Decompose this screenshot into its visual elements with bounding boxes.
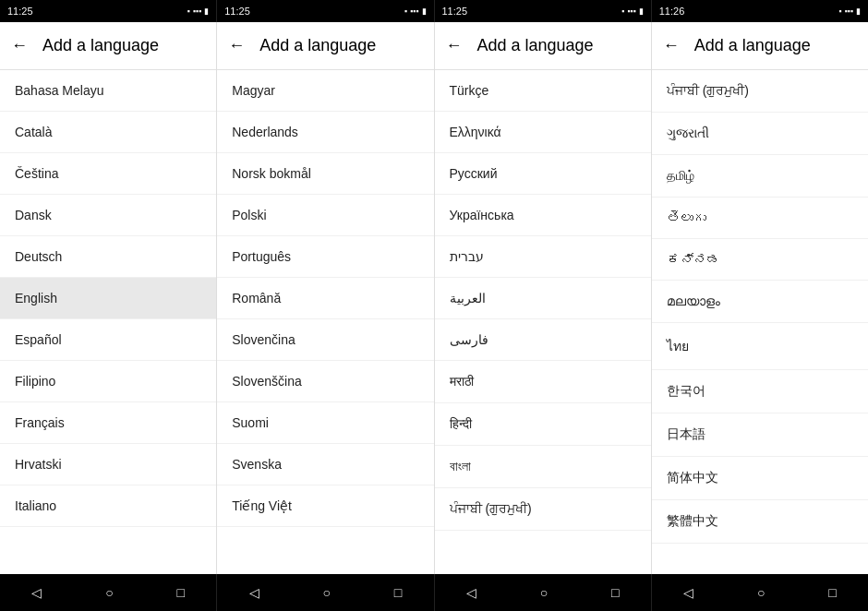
home-nav-4[interactable]: ○ [750, 581, 772, 604]
list-item[interactable]: Ελληνικά [435, 112, 651, 153]
list-item[interactable]: Deutsch [0, 236, 216, 278]
signal-icon-2: ▪▪▪ [410, 6, 419, 16]
status-panel-4: 11:26 ▪ ▪▪▪ ▮ [652, 0, 868, 22]
signal-icon-1: ▪▪▪ [193, 6, 202, 16]
panel-1: ← Add a language Bahasa Melayu Català Če… [0, 22, 217, 574]
nav-section-4: ◁ ○ □ [652, 574, 868, 611]
back-nav-3[interactable]: ◁ [459, 581, 484, 604]
list-item[interactable]: Filipino [0, 361, 216, 402]
panel-1-language-list[interactable]: Bahasa Melayu Català Čeština Dansk Deuts… [0, 70, 216, 574]
back-button-3[interactable]: ← [446, 36, 463, 55]
home-nav-3[interactable]: ○ [533, 581, 555, 604]
home-nav-2[interactable]: ○ [315, 581, 337, 604]
panel-2-title: Add a language [259, 36, 376, 55]
list-item[interactable]: Türkçe [435, 70, 651, 112]
list-item[interactable]: ಕನ್ನಡ [652, 239, 868, 281]
back-nav-1[interactable]: ◁ [24, 581, 49, 604]
notification-icon-4: ▪ [838, 6, 841, 16]
list-item[interactable]: فارسی [435, 319, 651, 361]
list-item[interactable]: Tiếng Việt [217, 485, 433, 527]
recents-nav-2[interactable]: □ [387, 581, 409, 604]
panel-2: ← Add a language Magyar Nederlands Norsk… [217, 22, 434, 574]
list-item[interactable]: Čeština [0, 153, 216, 195]
back-nav-2[interactable]: ◁ [242, 581, 267, 604]
panel-3: ← Add a language Türkçe Ελληνικά Русский… [435, 22, 652, 574]
panel-2-header: ← Add a language [217, 22, 433, 70]
list-item[interactable]: Slovenčina [217, 319, 433, 361]
list-item[interactable]: Nederlands [217, 112, 433, 153]
nav-bar: ◁ ○ □ ◁ ○ □ ◁ ○ □ ◁ ○ □ [0, 574, 868, 611]
panel-1-title: Add a language [42, 36, 159, 55]
list-item[interactable]: العربية [435, 278, 651, 319]
battery-icon-1: ▮ [204, 6, 209, 16]
nav-section-3: ◁ ○ □ [435, 574, 652, 611]
list-item[interactable]: 简体中文 [652, 457, 868, 500]
panel-4-language-list[interactable]: ਪੰਜਾਬੀ (ਗੁਰਮੁਖੀ) ગુજરાતી தமிழ் తెలుగు ಕನ… [652, 70, 868, 574]
list-item[interactable]: 日本語 [652, 413, 868, 457]
notification-icon-2: ▪ [404, 6, 407, 16]
list-item[interactable]: Dansk [0, 195, 216, 236]
recents-nav-3[interactable]: □ [604, 581, 626, 604]
nav-section-2: ◁ ○ □ [217, 574, 434, 611]
status-panel-1: 11:25 ▪ ▪▪▪ ▮ [0, 0, 217, 22]
list-item[interactable]: Español [0, 319, 216, 361]
panel-3-title: Add a language [477, 36, 594, 55]
list-item[interactable]: 繁體中文 [652, 500, 868, 544]
list-item[interactable]: Bahasa Melayu [0, 70, 216, 112]
list-item[interactable]: Italiano [0, 485, 216, 527]
list-item[interactable]: Svenska [217, 444, 433, 485]
panel-4-header: ← Add a language [652, 22, 868, 70]
nav-section-1: ◁ ○ □ [0, 574, 217, 611]
list-item[interactable]: Hrvatski [0, 444, 216, 485]
panel-3-language-list[interactable]: Türkçe Ελληνικά Русский Українська עברית… [435, 70, 651, 574]
time-4: 11:26 [659, 6, 685, 17]
list-item[interactable]: বাংলা [435, 446, 651, 488]
list-item[interactable]: Português [217, 236, 433, 278]
signal-icon-3: ▪▪▪ [627, 6, 636, 16]
list-item[interactable]: Català [0, 112, 216, 153]
back-button-4[interactable]: ← [663, 36, 680, 55]
status-icons-1: ▪ ▪▪▪ ▮ [187, 6, 209, 16]
panel-3-header: ← Add a language [435, 22, 651, 70]
battery-icon-4: ▮ [856, 6, 861, 16]
status-icons-2: ▪ ▪▪▪ ▮ [404, 6, 427, 16]
signal-icon-4: ▪▪▪ [844, 6, 853, 16]
back-button-1[interactable]: ← [11, 36, 28, 55]
recents-nav-1[interactable]: □ [169, 581, 191, 604]
list-item[interactable]: ਪੰਜਾਬੀ (ਗੁਰਮੁਖੀ) [652, 70, 868, 113]
panel-1-header: ← Add a language [0, 22, 216, 70]
list-item[interactable]: Русский [435, 153, 651, 195]
time-3: 11:25 [442, 6, 468, 17]
panel-2-language-list[interactable]: Magyar Nederlands Norsk bokmål Polski Po… [217, 70, 433, 574]
list-item[interactable]: Slovenščina [217, 361, 433, 402]
panels-container: ← Add a language Bahasa Melayu Català Če… [0, 22, 868, 574]
list-item[interactable]: Magyar [217, 70, 433, 112]
panel-4: ← Add a language ਪੰਜਾਬੀ (ਗੁਰਮੁਖੀ) ગુજરાત… [652, 22, 868, 574]
list-item-english[interactable]: English [0, 278, 216, 319]
list-item[interactable]: Norsk bokmål [217, 153, 433, 195]
list-item[interactable]: தமிழ் [652, 155, 868, 198]
status-icons-4: ▪ ▪▪▪ ▮ [838, 6, 861, 16]
time-2: 11:25 [224, 6, 250, 17]
recents-nav-4[interactable]: □ [821, 581, 843, 604]
list-item[interactable]: Українська [435, 195, 651, 236]
status-bar: 11:25 ▪ ▪▪▪ ▮ 11:25 ▪ ▪▪▪ ▮ 11:25 ▪ ▪▪▪ … [0, 0, 868, 22]
home-nav-1[interactable]: ○ [98, 581, 120, 604]
list-item[interactable]: ไทย [652, 323, 868, 370]
back-button-2[interactable]: ← [228, 36, 245, 55]
back-nav-4[interactable]: ◁ [676, 581, 701, 604]
list-item[interactable]: తెలుగు [652, 198, 868, 239]
list-item[interactable]: ਪੰਜਾਬੀ (ਗੁਰਮੁਖੀ) [435, 488, 651, 531]
panel-4-title: Add a language [694, 36, 811, 55]
list-item[interactable]: मराठी [435, 361, 651, 403]
list-item[interactable]: Suomi [217, 402, 433, 444]
list-item[interactable]: עברית [435, 236, 651, 278]
list-item[interactable]: മലയാളം [652, 281, 868, 323]
battery-icon-3: ▮ [639, 6, 644, 16]
list-item[interactable]: Polski [217, 195, 433, 236]
list-item[interactable]: ગુજરાતી [652, 113, 868, 155]
list-item[interactable]: 한국어 [652, 370, 868, 413]
list-item[interactable]: Français [0, 402, 216, 444]
list-item[interactable]: हिन्दी [435, 403, 651, 446]
list-item[interactable]: Română [217, 278, 433, 319]
